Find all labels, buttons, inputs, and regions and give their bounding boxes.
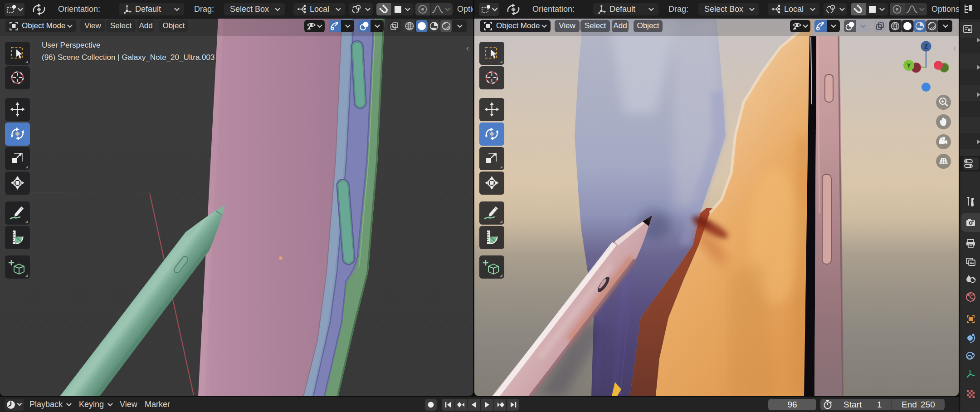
svg-text:Y: Y: [907, 62, 911, 69]
svg-text:Z: Z: [924, 43, 928, 50]
